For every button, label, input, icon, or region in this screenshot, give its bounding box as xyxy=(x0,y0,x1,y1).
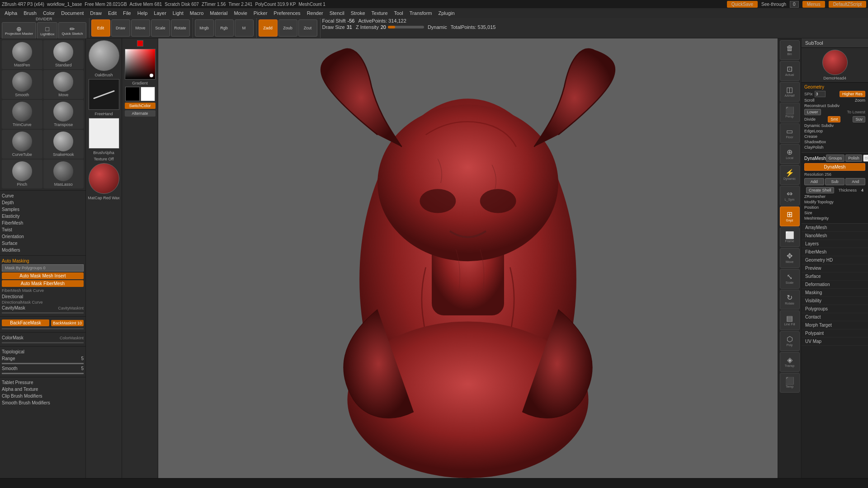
zoom-label[interactable]: Zoom xyxy=(855,98,865,103)
menu-deformation[interactable]: Deformation xyxy=(802,281,868,289)
persp-button[interactable]: ⬛ Persp xyxy=(780,103,800,122)
linefill-button[interactable]: ▤ Line Fill xyxy=(780,310,800,330)
lsym-button[interactable]: ⇔ L_Sym xyxy=(780,186,800,206)
rgb-button[interactable]: Rgb xyxy=(215,19,234,37)
brush-alpha-preview[interactable] xyxy=(89,118,119,149)
sub-button[interactable]: Sub xyxy=(825,178,845,185)
frame-button[interactable]: ⬜ Frame xyxy=(780,227,800,247)
local-button[interactable]: ⊕ Local xyxy=(780,144,800,164)
menu-polygroups[interactable]: Polygroups xyxy=(802,305,868,313)
brush-standard[interactable]: Standard xyxy=(43,40,84,69)
quick-save-button[interactable]: QuickSave xyxy=(727,1,758,8)
menu-render[interactable]: Render xyxy=(304,9,326,17)
menu-polypaint[interactable]: Polypaint xyxy=(802,329,868,338)
brush-smooth[interactable]: Smooth xyxy=(2,70,42,99)
add-button[interactable]: Add xyxy=(804,178,824,185)
size-label[interactable]: Size xyxy=(804,211,812,215)
dynamesh-main-button[interactable]: DynaMesh xyxy=(804,163,865,171)
focal-shift-value[interactable]: -56 xyxy=(348,18,355,23)
z-intensity-value[interactable]: 20 xyxy=(381,24,386,30)
menus-button[interactable]: Menus xyxy=(802,1,825,8)
draw-size-value[interactable]: 31 xyxy=(347,24,352,30)
menu-masking[interactable]: Masking xyxy=(802,289,868,297)
brush-curvetube[interactable]: CurveTube xyxy=(2,130,42,159)
mrgb-button[interactable]: Mrgb xyxy=(195,19,214,37)
zoub-button[interactable]: Zoub xyxy=(278,19,297,37)
dynamic-subdiv-label[interactable]: Dynamic Subdiv xyxy=(804,123,834,128)
menu-picker[interactable]: Picker xyxy=(251,9,270,17)
menu-morph-target[interactable]: Morph Target xyxy=(802,321,868,329)
bin-button[interactable]: 🗑 Bin xyxy=(780,40,800,60)
temp-button[interactable]: ⬛ Temp xyxy=(780,373,800,393)
canvas-area[interactable] xyxy=(158,38,778,478)
menu-contact[interactable]: Contact xyxy=(802,313,868,321)
menu-draw[interactable]: Draw xyxy=(87,9,104,17)
move-button[interactable]: Move xyxy=(131,19,150,37)
lower-button[interactable]: Lower xyxy=(804,109,821,115)
groups-button[interactable]: Groups xyxy=(826,155,845,162)
black-swatch[interactable] xyxy=(125,87,140,101)
mesh-integrity-label[interactable]: MeshIntegrity xyxy=(804,216,829,221)
reconstruct-subdiv-label[interactable]: Reconstruct Subdiv xyxy=(804,103,840,108)
menu-uv-map[interactable]: UV Map xyxy=(802,338,868,346)
auto-mask-fibermesh-btn[interactable]: Auto Mask FiberMesh xyxy=(2,280,84,287)
move-view-button[interactable]: ✥ Move xyxy=(780,248,800,268)
menu-alpha[interactable]: Alpha xyxy=(2,9,20,17)
menu-preview[interactable]: Preview xyxy=(802,264,868,272)
color-picker[interactable] xyxy=(125,49,156,80)
stroke-preview[interactable] xyxy=(89,79,119,110)
menu-macro[interactable]: Macro xyxy=(187,9,207,17)
brush-pinch[interactable]: Pinch xyxy=(2,160,42,188)
brush-snakehook[interactable]: SnakeHook xyxy=(43,130,84,159)
menu-stroke[interactable]: Stroke xyxy=(348,9,368,17)
brush-mastpen[interactable]: MastPen xyxy=(2,40,42,69)
menu-material[interactable]: Material xyxy=(207,9,230,17)
zcut-button[interactable]: Zcut xyxy=(298,19,317,37)
alpha-texture-row[interactable]: Alpha and Texture xyxy=(2,386,84,393)
menu-fibermesh[interactable]: FiberMesh xyxy=(802,248,868,256)
geometry-title[interactable]: Geometry xyxy=(804,84,865,89)
menu-surface[interactable]: Surface xyxy=(802,272,868,281)
gxyz-button[interactable]: ⊞ Gxyz xyxy=(780,206,800,226)
white-swatch[interactable] xyxy=(141,87,155,101)
higher-res-button[interactable]: Higher Res xyxy=(840,91,865,97)
scale-view-button[interactable]: ⤡ Scale xyxy=(780,269,800,289)
menu-layers[interactable]: Layers xyxy=(802,240,868,248)
menu-transform[interactable]: Transform xyxy=(407,9,435,17)
menu-edit[interactable]: Edit xyxy=(105,9,119,17)
scale-button[interactable]: Scale xyxy=(151,19,170,37)
brush-move[interactable]: Move xyxy=(43,70,84,99)
backface-mask-btn[interactable]: BackFaceMask xyxy=(2,319,49,326)
edgeloop-label[interactable]: EdgeLoop xyxy=(804,129,823,133)
claypolish-label[interactable]: ClayPolish xyxy=(804,145,824,150)
mask-polygroups-btn[interactable]: Mask By Polygroups 0 xyxy=(2,264,84,272)
m-button[interactable]: M xyxy=(235,19,254,37)
position-label[interactable]: Position xyxy=(804,205,819,210)
actual-button[interactable]: ⊡ Actual xyxy=(780,61,800,81)
menu-brush[interactable]: Brush xyxy=(21,9,39,17)
transp-button[interactable]: ◈ Transp xyxy=(780,352,800,372)
edit-button[interactable]: Edit xyxy=(91,19,110,37)
menu-geometry-hd[interactable]: Geometry HD xyxy=(802,256,868,264)
smooth-brush-row[interactable]: Smooth Brush Modifiers xyxy=(2,399,84,406)
menu-help[interactable]: Help xyxy=(135,9,151,17)
range-slider[interactable] xyxy=(2,363,84,364)
rotate-view-button[interactable]: ↻ Rotate xyxy=(780,290,800,310)
dynamic-button[interactable]: ⚡ Dynamic xyxy=(780,165,800,185)
draw-button[interactable]: Draw xyxy=(111,19,130,37)
clip-brush-row[interactable]: Clip Brush Modifiers xyxy=(2,393,84,399)
zadd-button[interactable]: Zadd xyxy=(259,19,278,37)
subtool-avatar[interactable] xyxy=(822,50,848,75)
crease-label[interactable]: Crease xyxy=(804,134,817,139)
menu-document[interactable]: Document xyxy=(58,9,86,17)
modify-topology-label[interactable]: Modify Topology xyxy=(804,200,834,204)
menu-nanomesh[interactable]: NanoMesh xyxy=(802,232,868,240)
quick-sketch-button[interactable]: ✏ Quick Sketch xyxy=(58,22,86,39)
viewport[interactable] xyxy=(158,38,778,478)
brush-maslasso[interactable]: MasLasso xyxy=(43,160,84,188)
menu-texture[interactable]: Texture xyxy=(369,9,391,17)
texture-off-label[interactable]: Texture Off xyxy=(94,157,114,161)
default-zscript-button[interactable]: DefaultZScript xyxy=(829,1,866,8)
color-indicator[interactable] xyxy=(137,40,143,47)
smooth-slider[interactable] xyxy=(2,373,84,374)
